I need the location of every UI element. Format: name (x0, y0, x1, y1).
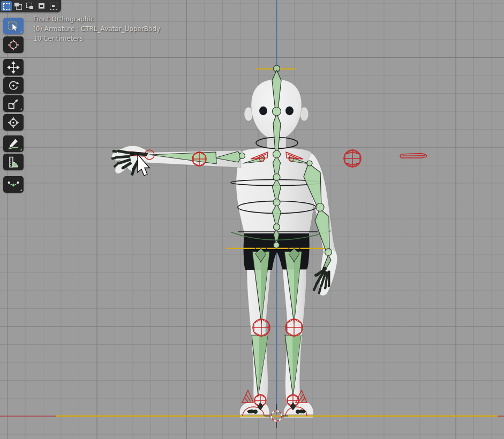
dashed-square-icon (3, 3, 10, 10)
ik-target-sphere-widget[interactable] (344, 150, 361, 167)
intersect-select-icon (50, 3, 57, 10)
left-eye (259, 107, 267, 115)
tool-transform[interactable] (3, 114, 24, 131)
viewport-canvas[interactable] (0, 0, 504, 439)
tool-cursor[interactable] (3, 36, 24, 53)
active-object-label: (0) Armature : CTRL_Avatar_UpperBody (33, 24, 160, 34)
tool-scale[interactable] (3, 95, 24, 112)
right-eye (285, 107, 294, 115)
select-mode-subtract[interactable] (25, 1, 35, 11)
invert-select-icon (38, 3, 46, 10)
tool-pose-breakdowner[interactable] (3, 176, 24, 193)
curve-green-diamond-icon (7, 178, 20, 191)
tool-measure[interactable] (3, 154, 24, 170)
subtract-select-icon (26, 3, 34, 10)
view-label: Front Orthographic (33, 14, 160, 24)
blender-3d-viewport: Front Orthographic (0) Armature : CTRL_A… (0, 0, 504, 439)
circular-arrows-icon (7, 79, 20, 92)
select-mode-bar (0, 0, 61, 12)
left-knee-sphere-widget[interactable] (253, 319, 270, 336)
tool-tweak-select-box[interactable] (3, 18, 24, 34)
select-mode-extend[interactable] (13, 1, 24, 11)
dashed-circle-crosshair-icon (7, 39, 20, 51)
right-knee-sphere-widget[interactable] (285, 319, 303, 336)
select-mode-intersect[interactable] (48, 1, 59, 11)
cursor-in-dashed-box-icon (7, 20, 20, 33)
left-elbow-sphere-widget[interactable] (192, 152, 206, 166)
extend-select-icon (14, 3, 22, 10)
select-mode-invert[interactable] (36, 1, 47, 11)
four-way-arrows-icon (7, 61, 20, 74)
circle-with-arrows-icon (7, 116, 20, 129)
tool-annotate[interactable] (3, 135, 24, 152)
grid-scale-label: 10 Centimeters (33, 34, 160, 43)
viewport-header: Front Orthographic (0) Armature : CTRL_A… (33, 14, 160, 43)
tool-move[interactable] (3, 59, 24, 75)
tool-column (3, 18, 24, 193)
ruler-protractor-icon (7, 156, 20, 169)
tool-rotate[interactable] (3, 77, 24, 94)
square-diagonal-arrow-icon (7, 97, 20, 110)
pencil-green-stroke-icon (7, 138, 20, 150)
select-mode-set[interactable] (1, 1, 12, 11)
